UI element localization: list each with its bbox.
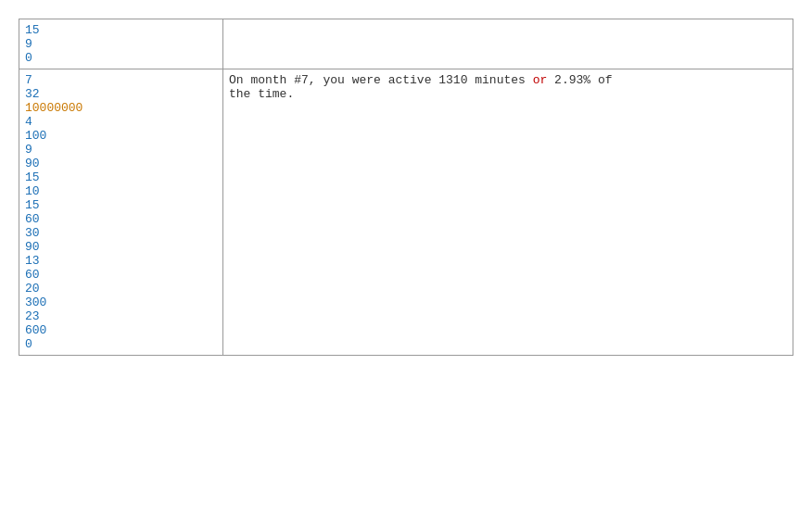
list-item: 60 (25, 212, 217, 226)
list-item: 13 (25, 254, 217, 268)
message-line2: the time. (229, 87, 294, 101)
list-item: 23 (25, 309, 217, 323)
list-item: 32 (25, 87, 217, 101)
activity-message: On month #7, you were active 1310 minute… (229, 73, 787, 101)
message-line1: On month #7, you were active 1310 minute… (229, 73, 613, 87)
table-top-row: 15 9 0 (19, 19, 793, 69)
top-left-cell: 15 9 0 (19, 19, 223, 69)
list-item: 0 (25, 337, 217, 351)
list-item: 10000000 (25, 101, 217, 115)
list-item: 4 (25, 115, 217, 129)
list-item: 60 (25, 268, 217, 282)
bottom-left-cell: 7 32 10000000 4 100 9 90 15 10 15 60 30 … (19, 69, 223, 356)
list-item: 90 (25, 240, 217, 254)
list-item: 7 (25, 73, 217, 87)
list-item: 9 (25, 143, 217, 157)
list-item: 600 (25, 323, 217, 337)
top-value-2: 9 (25, 37, 217, 51)
list-item: 20 (25, 282, 217, 296)
you-text: you (323, 73, 344, 87)
top-right-cell (223, 19, 793, 69)
list-item: 90 (25, 157, 217, 170)
list-item: 15 (25, 198, 217, 212)
top-value-3: 0 (25, 51, 217, 65)
bottom-right-cell: On month #7, you were active 1310 minute… (223, 69, 793, 356)
list-item: 100 (25, 129, 217, 143)
list-item: 10 (25, 184, 217, 198)
top-value-1: 15 (25, 23, 217, 37)
table-bottom-row: 7 32 10000000 4 100 9 90 15 10 15 60 30 … (19, 69, 793, 356)
list-item: 15 (25, 170, 217, 184)
or-text: or (533, 73, 548, 87)
list-item: 30 (25, 226, 217, 240)
list-item: 300 (25, 296, 217, 309)
